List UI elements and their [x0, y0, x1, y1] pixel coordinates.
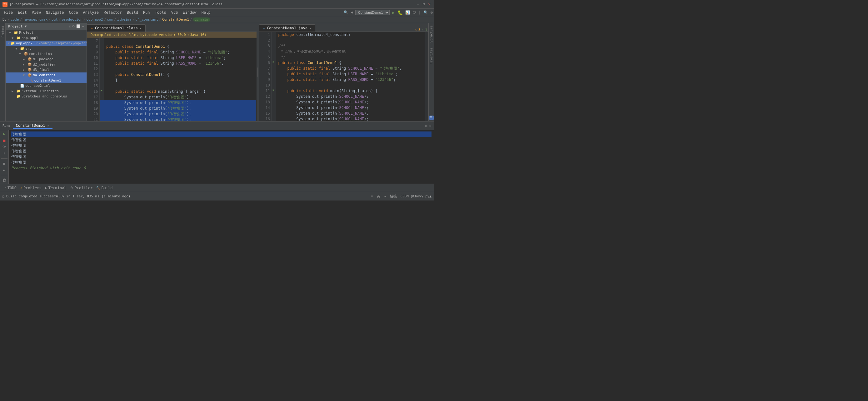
- terminal-label: Terminal: [49, 186, 67, 190]
- left-editor-pane: ☕ ConstantDemo1.class ✕ Decompiled .clas…: [87, 23, 256, 121]
- tree-item-d1[interactable]: ▶📦d1_package: [6, 57, 87, 62]
- tree-item-constantdemo1[interactable]: CConstantDemo1: [6, 78, 87, 83]
- panel-settings-icon[interactable]: ⚙: [69, 24, 71, 28]
- run-stop-icon[interactable]: ■: [3, 138, 6, 143]
- tree-item-oop-app2[interactable]: ▼📁oop-app2D:\code\javasepromax\oop-app..…: [6, 41, 87, 46]
- database-panel-label[interactable]: DB: [429, 115, 434, 120]
- menu-vcs[interactable]: VCS: [169, 10, 181, 15]
- run-close-icon[interactable]: ✕: [429, 124, 432, 128]
- tree-item-oop-app1[interactable]: ▼📁oop-app1: [6, 35, 87, 41]
- panel-collapse-icon[interactable]: ⬜: [76, 24, 81, 28]
- menu-file[interactable]: File: [1, 10, 15, 15]
- coverage-button[interactable]: 📊: [405, 10, 410, 15]
- toolbar-back-icon[interactable]: ◀: [350, 10, 353, 14]
- tree-item-iml[interactable]: 📄oop-app2.iml: [6, 83, 87, 89]
- tree-item-d2[interactable]: ▶📦d2_modifier: [6, 62, 87, 67]
- path-oop-app2[interactable]: oop-app2: [86, 18, 103, 22]
- bottom-tab-profiler[interactable]: ⏱ Profiler: [68, 185, 95, 191]
- run-scroll-icon[interactable]: ⬇: [3, 151, 6, 156]
- tree-item-project[interactable]: ▼📁Project: [6, 30, 87, 35]
- toolbar-search-icon[interactable]: 🔍: [344, 10, 348, 14]
- run-config-dropdown[interactable]: ConstantDemo1: [355, 10, 390, 15]
- run-restart-icon[interactable]: ⟳: [2, 144, 6, 149]
- build-label: Build: [101, 186, 113, 190]
- todo-label: TODO: [7, 186, 17, 190]
- panel-expand-icon[interactable]: ⟳: [72, 24, 75, 28]
- r-line-14: 14 System.out.println(SCHOOL_NAME);: [259, 105, 429, 110]
- run-tab-close[interactable]: ✕: [48, 124, 50, 127]
- run-play-icon[interactable]: ▶: [3, 132, 6, 136]
- right-code-area[interactable]: 1 package com.itheima.d4_constant; 2: [259, 32, 429, 121]
- encoding-icon[interactable]: ⌨: [371, 194, 373, 198]
- tree-item-scratches[interactable]: 📁Scratches and Consoles: [6, 94, 87, 99]
- path-out[interactable]: out: [52, 18, 58, 22]
- path-production[interactable]: production: [62, 18, 83, 22]
- run-filter-icon[interactable]: ≡: [3, 161, 6, 166]
- path-javasepromax[interactable]: javasepromax: [23, 18, 48, 22]
- run-output-line-1: 传智集团: [11, 132, 432, 137]
- run-settings-icon[interactable]: ⚙: [425, 124, 428, 128]
- bottom-tab-problems[interactable]: ⚠ Problems: [19, 185, 43, 191]
- settings-icon[interactable]: ⚙: [431, 10, 433, 15]
- menu-code[interactable]: Code: [67, 10, 81, 15]
- left-code-area[interactable]: 7 8 public class ConstantDemo1 { 9: [87, 38, 256, 121]
- debug-button[interactable]: 🐛: [398, 10, 403, 15]
- run-output: 传智集团 传智集团 传智集团 传智集团 传智集团 传智集团 Process fi…: [9, 130, 434, 183]
- close-button[interactable]: ✕: [427, 2, 432, 6]
- bottom-tab-todo[interactable]: ✓ TODO: [2, 185, 19, 191]
- bottom-tab-terminal[interactable]: ▶ Terminal: [43, 185, 68, 191]
- tree-item-src[interactable]: ▼📁src: [6, 46, 87, 51]
- tab-class-file[interactable]: ☕ ConstantDemo1.class ✕: [87, 24, 146, 32]
- line-col-info[interactable]: 链接: [390, 194, 397, 199]
- profiler-button[interactable]: ⏱: [412, 10, 416, 15]
- bottom-tab-build[interactable]: 🔨 Build: [94, 185, 114, 191]
- path-itheima[interactable]: itheima: [117, 18, 131, 22]
- tab-java-close[interactable]: ✕: [309, 27, 311, 30]
- editor-divider[interactable]: [256, 23, 259, 121]
- r-line-11: 11 ▶ public static void main(String[] ar…: [259, 88, 429, 94]
- indent-icon[interactable]: ⇥: [384, 194, 386, 198]
- right-editor-pane: ☕ ConstantDemo1.java ✕ ⚠ 3 ✓ 1: [259, 23, 429, 121]
- tree-item-external-libs[interactable]: ▶📁External Libraries: [6, 89, 87, 94]
- project-tree: ▼📁Project ▼📁oop-app1 ▼📁oop-app2D:\code\j…: [6, 30, 87, 121]
- menu-edit[interactable]: Edit: [15, 10, 29, 15]
- tab-java-file[interactable]: ☕ ConstantDemo1.java ✕: [259, 24, 316, 32]
- favorites-panel-label[interactable]: Favorites: [429, 45, 434, 67]
- path-d[interactable]: D:: [2, 18, 6, 22]
- tree-item-d4[interactable]: ▼📦d4_constant: [6, 72, 87, 78]
- run-clear-icon[interactable]: 🗑: [2, 178, 6, 182]
- menu-run[interactable]: Run: [141, 10, 153, 15]
- path-code[interactable]: code: [11, 18, 19, 22]
- structure-panel-label[interactable]: Structure: [429, 23, 434, 45]
- run-wrap-icon[interactable]: ↩: [3, 168, 6, 172]
- path-com[interactable]: com: [107, 18, 113, 22]
- branch-badge[interactable]: ⎇ main: [193, 18, 210, 22]
- ime-icon[interactable]: 英: [377, 194, 380, 199]
- menu-analyze[interactable]: Analyze: [80, 10, 101, 15]
- tree-item-d3[interactable]: ▶📦d3_final: [6, 67, 87, 72]
- bottom-tabs-bar: ✓ TODO ⚠ Problems ▶ Terminal ⏱ Profiler …: [0, 183, 434, 192]
- line-19: 19 System.out.println("传智集团");: [87, 106, 256, 111]
- menu-tools[interactable]: Tools: [153, 10, 169, 15]
- run-output-line-2: 传智集团: [11, 137, 432, 143]
- minimize-button[interactable]: ─: [416, 2, 420, 6]
- maximize-button[interactable]: □: [422, 2, 426, 6]
- run-tab-main[interactable]: ConstantDemo1 ✕: [13, 123, 53, 129]
- menu-view[interactable]: View: [29, 10, 43, 15]
- tab-class-close[interactable]: ✕: [140, 27, 142, 30]
- project-panel-label[interactable]: Project: [1, 23, 5, 40]
- menu-navigate[interactable]: Navigate: [43, 10, 67, 15]
- path-d4[interactable]: d4_constant: [135, 18, 158, 22]
- menu-build[interactable]: Build: [124, 10, 141, 15]
- line-12: 12: [87, 66, 256, 72]
- search-everywhere-icon[interactable]: 🔍: [423, 10, 428, 15]
- menu-refactor[interactable]: Refactor: [101, 10, 124, 15]
- menu-window[interactable]: Window: [180, 10, 199, 15]
- menu-help[interactable]: Help: [199, 10, 213, 15]
- run-button[interactable]: ▶: [392, 10, 395, 15]
- path-class[interactable]: ConstantDemo1: [162, 18, 189, 22]
- panel-more-icon[interactable]: ⋯: [82, 24, 84, 28]
- tree-item-com-itheima[interactable]: ▼📦com.itheima: [6, 51, 87, 57]
- terminal-icon: ▶: [45, 186, 47, 190]
- line-13: 13 public ConstantDemo1() {: [87, 72, 256, 77]
